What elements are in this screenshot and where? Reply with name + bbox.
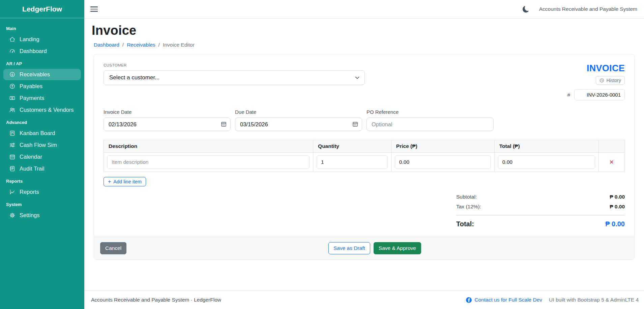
sidebar-item-label: Cash Flow Sim	[20, 142, 57, 148]
sidebar-item-customers-vendors[interactable]: Customers & Vendors	[3, 104, 81, 115]
contact-link[interactable]: Contact us for Full Scale Dev	[466, 297, 542, 303]
subtotal-label: Subtotal:	[456, 194, 477, 200]
sidebar-section-main: Main	[3, 22, 81, 33]
sidebar-item-label: Audit Trail	[20, 165, 44, 172]
invoice-card-footer: Cancel Save as Draft Save & Approve	[94, 237, 634, 259]
save-and-approve-button[interactable]: Save & Approve	[374, 242, 421, 254]
sidebar-item-label: Kanban Board	[20, 130, 55, 136]
sidebar-item-payments[interactable]: Payments	[3, 93, 81, 104]
calendar-icon	[9, 154, 15, 160]
invoice-date-input[interactable]	[104, 118, 231, 131]
breadcrumb-separator: /	[122, 42, 124, 48]
due-date-label: Due Date	[235, 109, 362, 115]
plus-icon: +	[108, 179, 111, 184]
sidebar-item-label: Calendar	[20, 154, 42, 160]
arrow-up-circle-icon	[9, 83, 15, 89]
invoice-editor-card: CUSTOMER Select a customer... INVOICE Hi…	[94, 54, 635, 260]
arrow-down-circle-icon	[9, 72, 15, 77]
remove-line-button[interactable]: ✕	[609, 159, 614, 165]
tax-label: Tax (12%):	[456, 204, 481, 210]
speedometer-icon	[9, 48, 15, 54]
invoice-card-body: CUSTOMER Select a customer... INVOICE Hi…	[94, 54, 634, 237]
sidebar-item-landing[interactable]: Landing	[3, 34, 81, 45]
sidebar-item-label: Settings	[20, 212, 40, 218]
sidebar-item-calendar[interactable]: Calendar	[3, 151, 81, 162]
due-date-input[interactable]	[235, 118, 362, 131]
customer-select[interactable]: Select a customer...	[104, 70, 365, 85]
invoice-date-label: Invoice Date	[104, 109, 231, 115]
line-items-header-row: Description Quantity Price (₱) Total (₱)	[104, 140, 625, 153]
sidebar-item-audit-trail[interactable]: Audit Trail	[3, 163, 81, 174]
content-area: Invoice Dashboard / Receivables / Invoic…	[84, 19, 644, 290]
clock-icon	[599, 78, 604, 83]
gear-icon	[9, 212, 15, 218]
totals-summary: Subtotal: ₱ 0.00 Tax (12%): ₱ 0.00 Total…	[456, 194, 625, 237]
breadcrumb-separator: /	[158, 42, 160, 48]
invoice-number-input[interactable]	[574, 89, 625, 100]
col-header-quantity: Quantity	[313, 140, 391, 153]
main-column: Accounts Receivable and Payable System I…	[84, 0, 644, 309]
totals-divider	[456, 215, 625, 215]
save-as-draft-button[interactable]: Save as Draft	[328, 242, 370, 254]
sidebar-item-label: Receivables	[20, 71, 50, 78]
people-icon	[9, 107, 15, 113]
graph-up-icon	[9, 189, 15, 195]
customer-select-value: Select a customer...	[109, 74, 159, 81]
line-description-input[interactable]	[107, 155, 310, 169]
sidebar-item-label: Payments	[20, 95, 44, 101]
sidebar-item-kanban-board[interactable]: Kanban Board	[3, 128, 81, 139]
cash-icon	[9, 95, 15, 101]
contact-link-label: Contact us for Full Scale Dev	[474, 297, 542, 303]
dark-mode-toggle[interactable]	[523, 6, 529, 12]
cancel-button[interactable]: Cancel	[100, 242, 126, 254]
sidebar-item-payables[interactable]: Payables	[3, 81, 81, 92]
facebook-icon	[466, 297, 472, 303]
invoice-number-label: #	[567, 92, 570, 98]
customer-label: CUSTOMER	[104, 63, 365, 67]
invoice-doc-title: INVOICE	[567, 63, 625, 74]
sidebar-item-settings[interactable]: Settings	[3, 210, 81, 221]
sidebar-item-label: Reports	[20, 189, 39, 195]
brand-logo[interactable]: LedgerFlow	[0, 0, 84, 18]
po-reference-label: PO Reference	[367, 109, 494, 115]
top-navbar: Accounts Receivable and Payable System	[84, 0, 644, 19]
col-header-description: Description	[104, 140, 313, 153]
po-reference-input[interactable]	[367, 118, 494, 131]
grand-total-label: Total:	[456, 220, 474, 228]
sidebar-item-receivables[interactable]: Receivables	[3, 69, 81, 80]
sidebar-section-advanced: Advanced	[3, 116, 81, 127]
house-icon	[9, 36, 15, 42]
sidebar-item-label: Customers & Vendors	[20, 107, 74, 113]
sidebar-section-arap: AR / AP	[3, 57, 81, 68]
line-item-row: ✕	[104, 153, 625, 172]
app-subtitle: Accounts Receivable and Payable System	[539, 6, 637, 12]
chevron-down-icon	[355, 76, 359, 79]
line-quantity-input[interactable]	[317, 155, 388, 169]
sidebar: LedgerFlow Main Landing Dashboard AR / A…	[0, 0, 84, 309]
history-button[interactable]: History	[596, 76, 625, 85]
subtotal-value: ₱ 0.00	[610, 194, 625, 200]
sidebar-item-reports[interactable]: Reports	[3, 186, 81, 198]
col-header-actions	[598, 140, 624, 153]
col-header-total: Total (₱)	[494, 140, 598, 153]
line-items-table: Description Quantity Price (₱) Total (₱)	[104, 140, 625, 172]
tax-value: ₱ 0.00	[610, 204, 625, 210]
grand-total-value: ₱ 0.00	[605, 220, 625, 228]
sidebar-item-label: Dashboard	[20, 48, 47, 54]
sidebar-section-reports: Reports	[3, 175, 81, 186]
breadcrumb-dashboard[interactable]: Dashboard	[94, 42, 119, 48]
journal-icon	[9, 166, 15, 172]
sidebar-toggle-button[interactable]	[90, 6, 98, 12]
sidebar-item-dashboard[interactable]: Dashboard	[3, 46, 81, 57]
sidebar-item-cash-flow-sim[interactable]: Cash Flow Sim	[3, 139, 81, 151]
line-price-input[interactable]	[395, 155, 491, 169]
sidebar-section-system: System	[3, 198, 81, 209]
sliders-icon	[9, 142, 15, 148]
add-line-item-button[interactable]: + Add line item	[104, 177, 146, 186]
page-footer: Accounts Receivable and Payable System ·…	[84, 290, 644, 309]
line-total-input[interactable]	[498, 155, 595, 169]
footer-app-name: Accounts Receivable and Payable System ·…	[91, 297, 221, 303]
breadcrumb-current: Invoice Editor	[163, 42, 195, 48]
breadcrumb-receivables[interactable]: Receivables	[127, 42, 155, 48]
moon-icon	[523, 6, 529, 12]
